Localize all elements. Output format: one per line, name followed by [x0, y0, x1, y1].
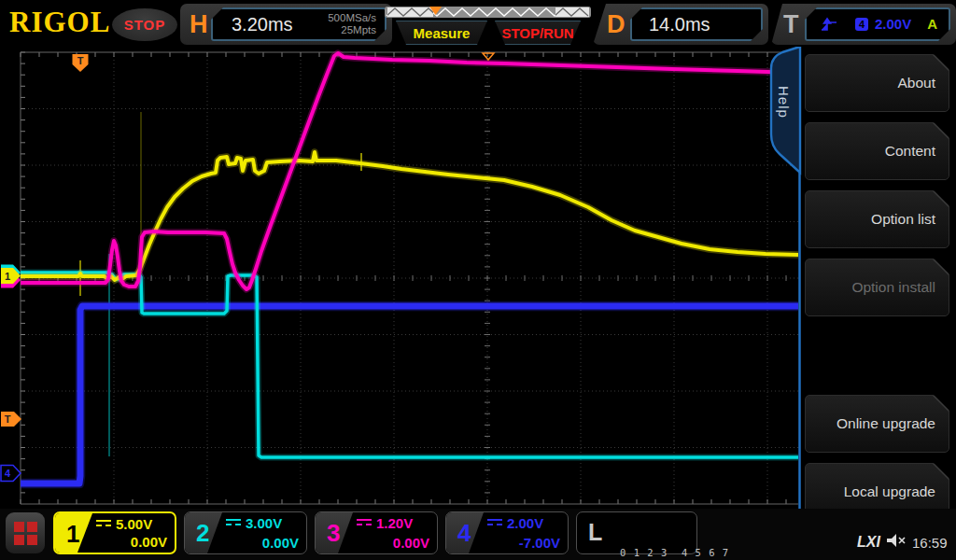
- channel-2-box[interactable]: 23.00V0.00V: [184, 511, 307, 554]
- dc-coupling-icon: [487, 518, 502, 528]
- top-status-bar: RIGOL STOP H 3.20ms 500MSa/s 25Mpts Meas…: [0, 0, 956, 47]
- menu-item-option-install: Option install: [805, 259, 949, 316]
- speaker-muted-icon: [886, 533, 907, 550]
- center-position-indicator: [483, 53, 494, 60]
- channel-4-marker[interactable]: 4: [1, 466, 21, 482]
- channel-4-offset: -7.00V: [519, 535, 560, 551]
- sample-rate-readout: 500MSa/s 25Mpts: [328, 12, 376, 36]
- delay-label: D: [607, 10, 626, 39]
- delay-group[interactable]: D 14.0ms: [593, 4, 768, 45]
- help-tab-label[interactable]: Help: [776, 86, 792, 119]
- channel-3-scale: 1.20V: [376, 515, 413, 531]
- horizontal-label: H: [190, 10, 208, 39]
- channel-2-offset: 0.00V: [262, 535, 299, 551]
- channel-1-scale: 5.00V: [116, 516, 152, 532]
- dc-coupling-icon: [96, 519, 111, 529]
- logic-channel-numbers: 0 1 2 3 4 5 6 7 8 9 1011 12131415: [620, 520, 691, 560]
- channel-1-box[interactable]: 15.00V0.00V: [53, 511, 176, 554]
- channel-1-offset: 0.00V: [131, 534, 167, 550]
- menu-item-option-list[interactable]: Option list: [805, 190, 949, 248]
- trigger-level-value: 2.00V: [875, 16, 911, 32]
- bottom-status-bar: 15.00V0.00V23.00V0.00V31.20V0.00V42.00V-…: [0, 509, 956, 560]
- channel-2-scale: 3.00V: [246, 515, 282, 531]
- menu-panel: AboutContentOption listOption installOnl…: [798, 47, 956, 525]
- run-state-badge: STOP: [112, 8, 177, 41]
- delay-value: 14.0ms: [649, 14, 710, 35]
- channel-4-number: 4: [446, 512, 484, 553]
- menu-item-online-upgrade[interactable]: Online upgrade: [805, 395, 949, 453]
- channel-4-box[interactable]: 42.00V-7.00V: [445, 511, 569, 554]
- memory-depth: 25Mpts: [328, 24, 376, 36]
- trigger-label: T: [783, 10, 799, 39]
- trigger-source-badge: 4: [855, 18, 868, 31]
- main-menu-icon[interactable]: [6, 512, 45, 553]
- channel-3-number: 3: [316, 512, 353, 553]
- oscilloscope-screen: TT14 RIGOL STOP H 3.20ms 500MSa/s 25Mpts: [0, 0, 956, 560]
- menu-item-about[interactable]: About: [805, 54, 949, 112]
- channel-3-offset: 0.00V: [393, 535, 429, 551]
- svg-text:T: T: [5, 413, 11, 425]
- delay-box[interactable]: 14.0ms: [630, 7, 763, 41]
- trace-ch2[interactable]: [21, 273, 798, 457]
- svg-text:1: 1: [5, 271, 10, 282]
- rigol-logo: RIGOL: [9, 6, 110, 39]
- svg-text:4: 4: [5, 468, 11, 479]
- horizontal-position-strip[interactable]: [385, 6, 592, 19]
- sample-rate: 500MSa/s: [328, 12, 376, 24]
- trigger-mode: A: [927, 16, 937, 32]
- dc-coupling-icon: [226, 518, 241, 528]
- trigger-group[interactable]: T 4 2.00V A: [771, 4, 956, 45]
- lxi-indicator: LXI: [857, 534, 880, 551]
- trigger-level-marker[interactable]: T: [1, 412, 21, 427]
- channel-2-number: 2: [185, 512, 222, 553]
- trigger-box[interactable]: 4 2.00V A: [805, 7, 950, 41]
- trigger-position-marker[interactable]: T: [73, 54, 89, 72]
- horizontal-group[interactable]: H 3.20ms 500MSa/s 25Mpts: [180, 4, 392, 45]
- timebase-value: 3.20ms: [232, 14, 293, 35]
- channel-3-box[interactable]: 31.20V0.00V: [315, 511, 438, 554]
- logic-row-1: 0 1 2 3 4 5 6 7: [620, 546, 691, 559]
- stop-run-button[interactable]: STOP/RUN: [495, 21, 581, 45]
- logic-label: L: [588, 519, 602, 546]
- timebase-box[interactable]: 3.20ms 500MSa/s 25Mpts: [211, 7, 387, 41]
- menu-item-content[interactable]: Content: [805, 122, 949, 180]
- measure-button[interactable]: Measure: [396, 21, 487, 45]
- dc-coupling-icon: [357, 518, 372, 528]
- logic-channels-box[interactable]: L 0 1 2 3 4 5 6 7 8 9 1011 12131415: [576, 511, 697, 554]
- rising-edge-trigger-icon: [820, 17, 838, 33]
- svg-text:T: T: [77, 55, 84, 66]
- clock: 16:59: [912, 535, 948, 551]
- channel-1-number: 1: [55, 513, 92, 553]
- channel-4-scale: 2.00V: [507, 515, 543, 531]
